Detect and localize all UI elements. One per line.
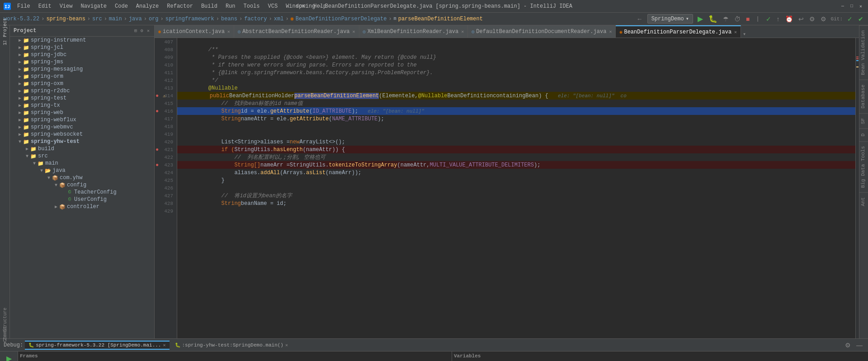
settings-button[interactable]: ⚙ xyxy=(820,14,827,24)
right-tab-bean-validation[interactable]: Bean Validation xyxy=(859,25,868,80)
profile-button[interactable]: ⏱ xyxy=(733,14,741,24)
line-411: 411 xyxy=(155,69,177,76)
sidebar-close-button[interactable]: ✕ xyxy=(146,27,151,34)
right-tab-bigdata[interactable]: Big Data Tools xyxy=(859,141,868,192)
tab-close-icon[interactable]: ✕ xyxy=(609,29,612,34)
tab-xmlbean[interactable]: ◎ XmlBeanDefinitionReader.java ✕ xyxy=(359,25,468,38)
tree-item-teacher-config[interactable]: ▶ © TeacherConfig xyxy=(10,189,154,196)
tree-item-spring-oxm[interactable]: ▶ 📁 spring-oxm xyxy=(10,80,154,87)
stop-button[interactable]: ■ xyxy=(745,14,750,24)
right-tab-ant[interactable]: Ant xyxy=(859,192,868,211)
debug-settings-button[interactable]: ⚙ xyxy=(843,341,853,350)
tree-item-controller[interactable]: ▶ 📦 controller xyxy=(10,203,154,210)
tab-close-icon[interactable]: ✕ xyxy=(461,29,464,34)
tab-defaultbean[interactable]: ◎ DefaultBeanDefinitionDocumentReader.ja… xyxy=(468,25,616,38)
breadcrumb-item-1[interactable]: spring-beans xyxy=(46,16,85,22)
build-button[interactable]: ⚙ xyxy=(808,14,816,24)
tree-item-spring-r2dbc[interactable]: ▶ 📁 spring-r2dbc xyxy=(10,87,154,95)
breadcrumb-item-2[interactable]: src xyxy=(92,16,102,22)
vtab-bookmarks[interactable]: 2 xyxy=(0,37,9,46)
menu-edit[interactable]: Edit xyxy=(35,2,55,10)
tree-item-user-config[interactable]: ▶ © UserConfig xyxy=(10,196,154,203)
breadcrumb-item-4[interactable]: java xyxy=(129,16,142,22)
tree-item-main[interactable]: ▼ 📁 main xyxy=(10,160,154,167)
tree-item-src[interactable]: ▼ 📁 src xyxy=(10,152,154,160)
vtab-commit[interactable]: Commit xyxy=(0,329,9,338)
menu-view[interactable]: View xyxy=(56,2,76,10)
sidebar-collapse-button[interactable]: ⊞ xyxy=(133,27,138,34)
debug-session-close2[interactable]: ✕ xyxy=(285,342,288,348)
tree-item-spring-webmvc[interactable]: ▶ 📁 spring-webmvc xyxy=(10,124,154,131)
sidebar-gear-button[interactable]: ⚙ xyxy=(140,27,144,34)
tree-item-build[interactable]: ▶ 📁 build xyxy=(10,145,154,152)
git-history-button[interactable]: ⏰ xyxy=(784,14,794,24)
breadcrumb-item-6[interactable]: springframework xyxy=(165,16,214,22)
menu-analyze[interactable]: Analyze xyxy=(132,2,162,10)
toggle-icon: ▼ xyxy=(24,154,30,159)
undo-button[interactable]: ↩ xyxy=(797,14,805,24)
coverage-button[interactable]: ☂ xyxy=(722,14,730,24)
debug-minimize-button[interactable]: — xyxy=(854,341,864,350)
vtab-project[interactable]: 1: Project xyxy=(0,27,9,36)
menu-refactor[interactable]: Refactor xyxy=(163,2,197,10)
navigate-back-button[interactable]: ← xyxy=(636,14,644,24)
folder-icon: 📁 xyxy=(23,95,30,101)
tab-close-icon[interactable]: ✕ xyxy=(353,29,355,34)
menu-code[interactable]: Code xyxy=(111,2,132,10)
git-button[interactable]: ✓ xyxy=(846,14,854,24)
menu-build[interactable]: Build xyxy=(198,2,221,10)
breadcrumb-item-8[interactable]: factory xyxy=(244,16,267,22)
right-tab-d[interactable]: D xyxy=(859,128,868,141)
tree-item-config[interactable]: ▼ 📦 config xyxy=(10,181,154,189)
resume-button[interactable]: ▶ xyxy=(5,353,14,361)
run-config-selector[interactable]: SpringDemo ▾ xyxy=(647,14,693,24)
breadcrumb-item-5[interactable]: org xyxy=(149,16,159,22)
tab-overflow-button[interactable]: ▾ xyxy=(743,31,746,38)
maximize-button[interactable]: □ xyxy=(848,3,855,10)
tree-item-spring-jcl[interactable]: ▶ 📁 spring-jcl xyxy=(10,44,154,51)
tree-item-com-yhw[interactable]: ▼ 📦 com.yhw xyxy=(10,174,154,181)
tree-item-java[interactable]: ▼ 📂 java xyxy=(10,167,154,174)
menu-tools[interactable]: Tools xyxy=(240,2,264,10)
breadcrumb-file[interactable]: BeanDefinitionParserDelegate xyxy=(296,16,387,22)
tree-item-spring-yhw-test[interactable]: ▼ 📁 spring-yhw-test xyxy=(10,138,154,145)
tree-item-spring-tx[interactable]: ▶ 📁 spring-tx xyxy=(10,102,154,109)
right-tab-sf[interactable]: SF xyxy=(859,113,868,128)
debug-session-2[interactable]: 🐛 :spring-yhw-test:SpringDemo.main() ✕ xyxy=(171,342,292,349)
debug-session-1[interactable]: 🐛 spring-framework-5.3.22 [SpringDemo.ma… xyxy=(25,341,169,350)
breadcrumb-item-9[interactable]: xml xyxy=(274,16,284,22)
minimize-button[interactable]: — xyxy=(839,3,846,10)
tab-icationcontext[interactable]: ◉ icationContext.java ✕ xyxy=(155,25,234,38)
tree-item-spring-messaging[interactable]: ▶ 📁 spring-messaging xyxy=(10,66,154,73)
tree-item-spring-orm[interactable]: ▶ 📁 spring-orm xyxy=(10,73,154,80)
separator: | xyxy=(756,16,759,22)
menu-vcs[interactable]: VCS xyxy=(264,2,282,10)
breadcrumb-method[interactable]: parseBeanDefinitionElement xyxy=(398,16,483,22)
git-update-button[interactable]: ↑ xyxy=(776,14,781,24)
debug-session-close[interactable]: ✕ xyxy=(163,342,165,348)
tree-item-spring-instrument[interactable]: ▶ 📁 spring-instrument xyxy=(10,37,154,44)
git-check2-button[interactable]: ✔ xyxy=(857,14,864,24)
tree-item-spring-jdbc[interactable]: ▶ 📁 spring-jdbc xyxy=(10,51,154,58)
tree-item-spring-web[interactable]: ▶ 📁 spring-web xyxy=(10,109,154,116)
debug-run-button[interactable]: 🐛 xyxy=(708,14,718,24)
menu-run[interactable]: Run xyxy=(222,2,239,10)
tree-item-spring-jms[interactable]: ▶ 📁 spring-jms xyxy=(10,58,154,66)
right-tab-database[interactable]: Database xyxy=(859,80,868,113)
tab-abstractbean[interactable]: ◎ AbstractBeanDefinitionReader.java ✕ xyxy=(234,25,359,38)
tab-close-icon[interactable]: ✕ xyxy=(227,29,230,34)
code-editor[interactable]: /** * Parses the supplied {@code <bean>}… xyxy=(177,38,855,338)
tree-item-spring-test[interactable]: ▶ 📁 spring-test xyxy=(10,95,154,102)
breadcrumb-item-3[interactable]: main xyxy=(109,16,122,22)
tree-item-spring-webflux[interactable]: ▶ 📁 spring-webflux xyxy=(10,116,154,124)
close-button[interactable]: ✕ xyxy=(857,3,864,10)
git-check-button[interactable]: ✓ xyxy=(765,14,772,24)
tab-beandefparser[interactable]: ◉ BeanDefinitionParserDelegate.java ✕ xyxy=(616,25,741,38)
menu-navigate[interactable]: Navigate xyxy=(77,2,110,10)
menu-file[interactable]: File xyxy=(14,2,34,10)
breadcrumb-item-0[interactable]: work-5.3.22 xyxy=(4,16,39,22)
breadcrumb-item-7[interactable]: beans xyxy=(221,16,237,22)
run-button[interactable]: ▶ xyxy=(697,14,704,24)
tab-close-icon[interactable]: ✕ xyxy=(734,29,737,35)
tree-item-spring-websocket[interactable]: ▶ 📁 spring-websocket xyxy=(10,131,154,138)
